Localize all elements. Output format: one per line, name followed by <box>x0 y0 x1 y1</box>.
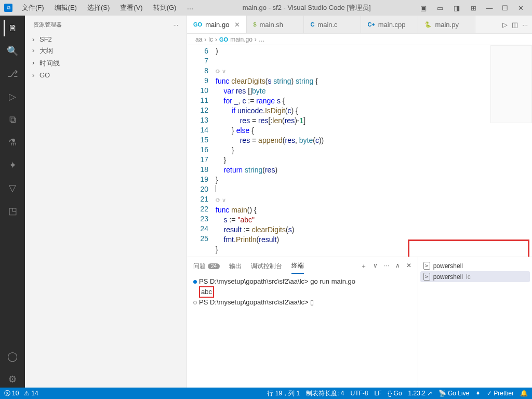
editor-tab[interactable]: Cmain.c <box>304 16 361 33</box>
explorer-tree: SF2大纲时间线GO <box>25 34 187 81</box>
terminal-icon: > <box>423 273 430 281</box>
layout-sidebar-icon[interactable]: ◨ <box>449 2 464 14</box>
warnings-count[interactable]: ⚠ 14 <box>24 390 38 397</box>
breadcrumb-item[interactable]: aa <box>195 36 202 43</box>
source-control-icon[interactable]: ⎇ <box>4 65 21 82</box>
filter-icon[interactable]: ▽ <box>4 180 21 196</box>
tab-label: main.py <box>435 21 459 29</box>
menu-item[interactable]: … <box>182 2 197 14</box>
tab-problems[interactable]: 问题24 <box>193 259 220 274</box>
tab-label: main.go <box>205 21 229 29</box>
extensions-icon[interactable]: ⧉ <box>4 111 21 128</box>
titlebar: ⧉ 文件(F)编辑(E)选择(S)查看(V)转到(G)… main.go - s… <box>0 0 532 16</box>
run-icon[interactable]: ▷ <box>502 21 508 29</box>
prettier[interactable]: ✓ Prettier <box>487 390 514 397</box>
new-terminal-icon[interactable]: ＋ <box>361 262 367 271</box>
menu-item[interactable]: 选择(S) <box>83 2 114 14</box>
breadcrumb-item[interactable]: … <box>259 36 265 43</box>
remote-icon[interactable]: ◳ <box>4 203 21 219</box>
search-icon[interactable]: 🔍 <box>4 43 21 59</box>
file-icon: C <box>310 21 314 28</box>
cursor-position[interactable]: 行 19，列 1 <box>267 389 300 398</box>
menu-item[interactable]: 文件(F) <box>18 2 48 14</box>
sidebar-header: 资源管理器 ··· <box>25 16 187 34</box>
editor-tabs: GOmain.go✕$main.shCmain.cC+main.cpp🐍main… <box>187 16 532 34</box>
eol[interactable]: LF <box>375 390 382 397</box>
terminal-entry[interactable]: >powershell lc <box>420 271 530 282</box>
more-icon[interactable]: ··· <box>174 22 178 28</box>
layout-panel-icon[interactable]: ▭ <box>432 2 448 14</box>
maximize-button[interactable]: ☐ <box>498 2 512 14</box>
minimap[interactable] <box>490 45 532 123</box>
close-panel-icon[interactable]: ✕ <box>406 262 411 271</box>
title-actions: ▣ ▭ ◨ ⊞ — ☐ ✕ <box>416 2 528 14</box>
editor-tab[interactable]: $main.sh <box>247 16 304 33</box>
menu-item[interactable]: 查看(V) <box>116 2 147 14</box>
more-icon[interactable]: ··· <box>522 21 528 29</box>
breadcrumb[interactable]: aa›lc›GO main.go›… <box>187 34 532 45</box>
file-icon: C+ <box>367 21 375 28</box>
tree-item[interactable]: GO <box>29 70 182 81</box>
line-numbers: 678910111213141516171819202122232425 <box>187 45 216 257</box>
tab-debug[interactable]: 调试控制台 <box>251 259 282 274</box>
customize-layout-icon[interactable]: ⊞ <box>466 2 481 14</box>
tab-label: main.c <box>317 21 337 29</box>
tree-item[interactable]: SF2 <box>29 34 182 45</box>
go-live[interactable]: 📡 Go Live <box>438 390 469 397</box>
testing-icon[interactable]: ⚗ <box>4 134 21 151</box>
tree-item[interactable]: 大纲 <box>29 45 182 57</box>
maximize-panel-icon[interactable]: ∧ <box>395 262 400 271</box>
file-icon: GO <box>193 21 202 28</box>
sidebar: 资源管理器 ··· SF2大纲时间线GO <box>25 16 187 388</box>
sidebar-title: 资源管理器 <box>33 21 62 29</box>
activity-bar: 🗎 🔍 ⎇ ▷ ⧉ ⚗ ✦ ▽ ◳ ◯ ⚙ <box>0 16 25 388</box>
language-mode[interactable]: {} Go <box>388 390 402 397</box>
minimize-button[interactable]: — <box>482 2 497 14</box>
panel-tabs: 问题24 输出 调试控制台 终端 ＋ ∨ ··· ∧ ✕ <box>187 257 418 275</box>
more-actions-icon[interactable]: ··· <box>384 262 389 271</box>
run-debug-icon[interactable]: ▷ <box>4 88 21 105</box>
window-title: main.go - sf2 - Visual Studio Code [管理员] <box>197 3 416 12</box>
file-icon: GO <box>219 36 228 43</box>
editor-area: GOmain.go✕$main.shCmain.cC+main.cpp🐍main… <box>187 16 532 388</box>
split-terminal-dropdown-icon[interactable]: ∨ <box>373 262 378 271</box>
menu-item[interactable]: 编辑(E) <box>50 2 81 14</box>
editor-tab[interactable]: C+main.cpp <box>361 16 418 33</box>
tanzu-status-icon[interactable]: ✦ <box>475 390 481 397</box>
editor-tab[interactable]: GOmain.go✕ <box>187 16 247 33</box>
encoding[interactable]: UTF-8 <box>351 390 368 397</box>
explorer-icon[interactable]: 🗎 <box>4 20 20 36</box>
terminal-list: >powershell>powershell lc <box>418 257 532 388</box>
tanzu-icon[interactable]: ✦ <box>4 157 21 174</box>
account-icon[interactable]: ◯ <box>4 348 21 365</box>
tab-output[interactable]: 输出 <box>229 259 242 274</box>
bottom-panel: 问题24 输出 调试控制台 终端 ＋ ∨ ··· ∧ ✕ PS D:\myset… <box>187 257 532 388</box>
breadcrumb-item[interactable]: lc <box>208 36 213 43</box>
main-menu: 文件(F)编辑(E)选择(S)查看(V)转到(G)… <box>18 2 197 14</box>
tab-label: main.sh <box>260 21 284 29</box>
menu-item[interactable]: 转到(G) <box>149 2 181 14</box>
vscode-logo-icon: ⧉ <box>4 4 12 12</box>
terminal-icon: > <box>423 262 430 270</box>
tree-item[interactable]: 时间线 <box>29 57 182 70</box>
terminal-entry[interactable]: >powershell <box>420 260 530 271</box>
close-icon[interactable]: ✕ <box>234 21 240 29</box>
editor-tab[interactable]: 🐍main.py <box>418 16 475 33</box>
terminal-output[interactable]: PS D:\mysetup\gopath\src\sf2\aa\lc> go r… <box>187 275 418 309</box>
indent-info[interactable]: 制表符长度: 4 <box>306 389 344 398</box>
close-button[interactable]: ✕ <box>513 2 528 14</box>
errors-count[interactable]: ⓧ 10 <box>4 389 19 398</box>
split-editor-icon[interactable]: ◫ <box>512 21 518 29</box>
notifications-icon[interactable]: 🔔 <box>520 390 528 397</box>
code-editor[interactable]: 678910111213141516171819202122232425 ) ⟳… <box>187 45 532 257</box>
tab-label: main.cpp <box>378 21 406 29</box>
go-version[interactable]: 1.23.2 ↗ <box>408 390 432 397</box>
breadcrumb-item[interactable]: main.go <box>230 36 252 43</box>
settings-icon[interactable]: ⚙ <box>4 371 21 388</box>
statusbar: ⓧ 10 ⚠ 14 行 19，列 1 制表符长度: 4 UTF-8 LF {} … <box>0 388 532 399</box>
code-content[interactable]: ) ⟳ ∨func clearDigits(s string) string {… <box>216 45 532 257</box>
file-icon: $ <box>253 21 256 28</box>
tab-terminal[interactable]: 终端 <box>291 258 304 274</box>
file-icon: 🐍 <box>424 21 432 28</box>
layout-primary-icon[interactable]: ▣ <box>416 2 431 14</box>
